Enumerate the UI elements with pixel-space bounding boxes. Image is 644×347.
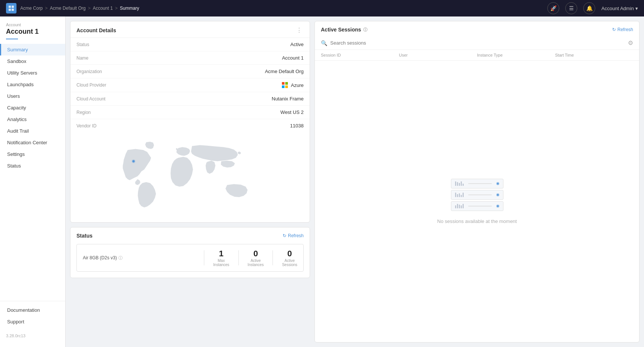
server-illustration: [451, 179, 503, 211]
right-column: Active Sessions ⓘ ↻ Refresh 🔍 ⚙ Session …: [315, 21, 640, 343]
detail-row: Cloud AccountNutanix Frame: [70, 92, 310, 106]
refresh-icon: ↻: [283, 233, 286, 238]
col-session-id: Session ID: [321, 53, 399, 57]
svg-rect-1: [12, 6, 14, 8]
sidebar-nav: SummarySandboxUtility ServersLaunchpadsU…: [0, 44, 65, 301]
left-column: Account Details ⋮ StatusActiveNameAccoun…: [70, 21, 310, 343]
sessions-title: Active Sessions ⓘ: [321, 27, 367, 33]
stat-divider-1: [204, 250, 204, 265]
user-menu[interactable]: Account Admin ▾: [601, 6, 638, 11]
detail-label: Name: [76, 55, 144, 61]
sessions-table-header: Session ID User Instance Type Start Time: [315, 50, 639, 61]
topnav-actions: 🚀 ☰ 🔔 Account Admin ▾: [547, 2, 638, 14]
detail-label: Cloud Provider: [76, 82, 144, 88]
stat-divider-3: [273, 250, 273, 265]
detail-label: Vendor ID: [76, 123, 144, 129]
sessions-refresh-button[interactable]: ↻ Refresh: [612, 27, 633, 32]
detail-label: Status: [76, 42, 144, 47]
status-card: Status ↻ Refresh Air 8GB (D2s v3) ⓘ 1 Ma…: [70, 227, 310, 278]
sidebar-item-status[interactable]: Status: [0, 160, 65, 172]
stat-divider-2: [238, 250, 239, 265]
sidebar-item-audit-trail[interactable]: Audit Trail: [0, 125, 65, 137]
microsoft-logo: [282, 82, 288, 88]
app-logo: [6, 3, 16, 13]
detail-value: Azure: [282, 82, 304, 88]
detail-label: Organization: [76, 69, 144, 74]
col-start-time: Start Time: [555, 53, 633, 57]
detail-rows: StatusActiveNameAccount 1OrganizationAcm…: [70, 38, 310, 132]
filter-icon[interactable]: ⚙: [628, 39, 633, 46]
svg-rect-0: [9, 6, 11, 8]
sessions-search-bar: 🔍 ⚙: [315, 36, 639, 50]
sidebar-account-title: Account 1: [0, 28, 65, 39]
detail-value: Account 1: [282, 55, 304, 61]
svg-rect-3: [12, 9, 14, 11]
empty-sessions-message: No sessions available at the moment: [437, 218, 517, 224]
server-row-2: [451, 190, 503, 200]
stat-active-sessions: 0 ActiveSessions: [282, 249, 297, 267]
account-details-more-button[interactable]: ⋮: [295, 27, 304, 34]
sidebar-item-summary[interactable]: Summary: [0, 44, 65, 55]
sidebar-item-settings[interactable]: Settings: [0, 148, 65, 160]
sessions-header: Active Sessions ⓘ ↻ Refresh: [315, 21, 639, 36]
breadcrumb-org[interactable]: Acme Default Org: [50, 6, 85, 11]
account-details-header: Account Details ⋮: [70, 21, 310, 38]
breadcrumb: Acme Corp > Acme Default Org > Account 1…: [20, 6, 547, 11]
map-area: [70, 132, 310, 222]
instance-name: Air 8GB (D2s v3) ⓘ: [83, 255, 195, 261]
breadcrumb-acme[interactable]: Acme Corp: [20, 6, 43, 11]
topnav: Acme Corp > Acme Default Org > Account 1…: [0, 0, 644, 16]
breadcrumb-summary: Summary: [120, 6, 139, 11]
sidebar-item-support[interactable]: Support: [0, 316, 65, 328]
status-instance: Air 8GB (D2s v3) ⓘ 1 MaxInstances 0 Acti…: [76, 244, 304, 272]
stat-max-instances: 1 MaxInstances: [213, 249, 229, 267]
sidebar-item-launchpads[interactable]: Launchpads: [0, 79, 65, 90]
sidebar-item-notification-center[interactable]: Notification Center: [0, 137, 65, 148]
svg-rect-2: [9, 9, 11, 11]
sessions-refresh-icon: ↻: [612, 27, 616, 32]
svg-point-4: [132, 159, 135, 163]
detail-row: Vendor ID11038: [70, 119, 310, 132]
detail-row: RegionWest US 2: [70, 106, 310, 119]
sidebar-item-capacity[interactable]: Capacity: [0, 102, 65, 114]
info-icon[interactable]: ⓘ: [118, 255, 123, 261]
user-label: Account Admin: [601, 6, 634, 11]
sidebar-item-users[interactable]: Users: [0, 90, 65, 102]
detail-row: StatusActive: [70, 38, 310, 51]
sidebar-item-analytics[interactable]: Analytics: [0, 114, 65, 125]
server-row-1: [451, 179, 503, 188]
search-input[interactable]: [330, 40, 625, 46]
sidebar-account-label: Account: [0, 22, 65, 28]
sidebar-item-documentation[interactable]: Documentation: [0, 304, 65, 316]
detail-value: Acme Default Org: [265, 69, 304, 74]
bell-icon-button[interactable]: 🔔: [583, 2, 595, 14]
status-refresh-button[interactable]: ↻ Refresh: [283, 233, 304, 238]
sidebar-bottom: DocumentationSupport: [0, 301, 65, 331]
active-sessions-card: Active Sessions ⓘ ↻ Refresh 🔍 ⚙ Session …: [315, 21, 640, 343]
detail-value: Nutanix Frame: [272, 96, 304, 102]
breadcrumb-account[interactable]: Account 1: [93, 6, 112, 11]
sidebar: Account Account 1 SummarySandboxUtility …: [0, 16, 66, 347]
detail-row: OrganizationAcme Default Org: [70, 65, 310, 78]
detail-label: Cloud Account: [76, 96, 144, 102]
stat-active-instances: 0 ActiveInstances: [248, 249, 264, 267]
list-icon-button[interactable]: ☰: [565, 2, 577, 14]
detail-value: West US 2: [280, 109, 304, 115]
chevron-down-icon: ▾: [635, 6, 638, 11]
sidebar-item-utility-servers[interactable]: Utility Servers: [0, 67, 65, 79]
sidebar-item-sandbox[interactable]: Sandbox: [0, 55, 65, 67]
sidebar-version: 3.28.0rc13: [0, 331, 65, 341]
col-instance-type: Instance Type: [477, 53, 555, 57]
cloud-provider-name: Azure: [291, 82, 304, 88]
account-details-card: Account Details ⋮ StatusActiveNameAccoun…: [70, 21, 310, 223]
cloud-provider-value: Azure: [282, 82, 304, 88]
search-icon: 🔍: [321, 40, 327, 46]
detail-row: NameAccount 1: [70, 51, 310, 65]
detail-value: 11038: [290, 123, 304, 129]
rocket-icon-button[interactable]: 🚀: [547, 2, 559, 14]
account-details-title: Account Details: [76, 27, 116, 33]
sessions-info-icon[interactable]: ⓘ: [363, 27, 367, 33]
status-header: Status ↻ Refresh: [70, 227, 310, 244]
detail-row: Cloud ProviderAzure: [70, 78, 310, 92]
detail-label: Region: [76, 110, 144, 115]
